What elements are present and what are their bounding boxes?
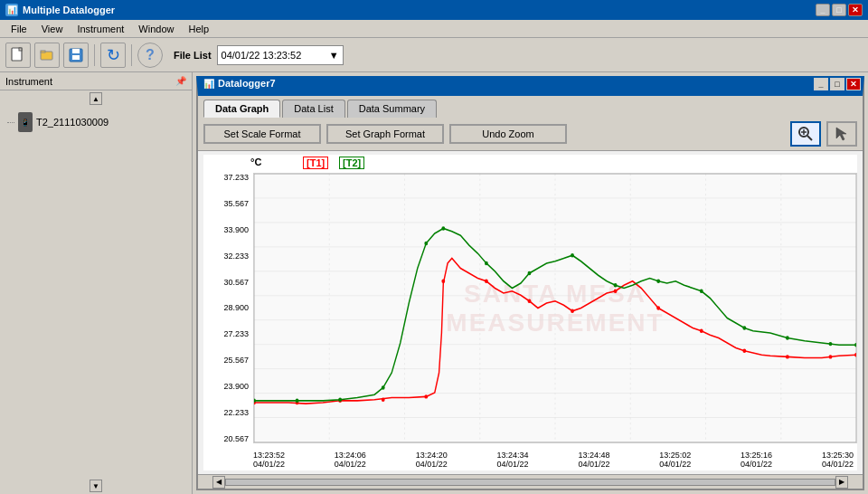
svg-point-36 (485, 280, 488, 283)
sidebar-pin-button[interactable]: 📌 (175, 76, 186, 86)
datalogger-minimize-button[interactable]: _ (814, 78, 828, 90)
help-button[interactable]: ? (137, 43, 163, 68)
tab-data-graph[interactable]: Data Graph (203, 100, 280, 118)
tree-connector (7, 122, 14, 123)
zoom-button[interactable] (790, 121, 821, 147)
tree-device-item[interactable]: 📱 T2_2111030009 (4, 110, 188, 134)
file-list-area: File List 04/01/22 13:23:52 ▼ (174, 45, 344, 65)
toolbar-separator-1 (94, 44, 95, 66)
datalogger-window-title: 📊 Datalogger7 (203, 78, 276, 89)
svg-point-55 (614, 283, 618, 287)
x-label-5: 13:25:0204/01/22 (659, 451, 691, 469)
set-scale-format-button[interactable]: Set Scale Format (203, 124, 321, 144)
maximize-button[interactable]: □ (832, 4, 846, 16)
svg-point-52 (485, 261, 488, 265)
y-label-10: 20.567 (205, 434, 251, 443)
sidebar-title: Instrument (5, 76, 52, 87)
svg-point-35 (441, 280, 445, 283)
scroll-left-button[interactable]: ◀ (212, 476, 225, 489)
device-icon: 📱 (18, 112, 33, 132)
svg-point-47 (296, 399, 299, 403)
y-label-1: 35.567 (205, 199, 251, 208)
scroll-right-button[interactable]: ▶ (835, 476, 848, 489)
menu-bar: File View Instrument Window Help (0, 20, 868, 38)
y-label-0: 37.233 (205, 173, 251, 182)
title-bar-controls: _ □ ✕ (816, 4, 863, 16)
svg-point-37 (528, 299, 532, 303)
svg-rect-6 (72, 55, 80, 60)
svg-point-53 (528, 271, 532, 275)
file-list-dropdown-icon: ▼ (329, 50, 339, 61)
x-label-4: 13:24:4804/01/22 (578, 451, 609, 469)
x-label-1: 13:24:0604/01/22 (335, 451, 366, 469)
x-label-3: 13:24:3404/01/22 (497, 451, 529, 469)
app-title: Multiple Datalogger (23, 5, 115, 15)
datalogger-window: 📊 Datalogger7 _ □ ✕ Data Graph Data List… (196, 76, 864, 490)
datalogger-maximize-button[interactable]: □ (830, 78, 844, 90)
svg-point-41 (700, 329, 703, 333)
y-label-7: 25.567 (205, 356, 251, 365)
y-label-5: 28.900 (205, 303, 251, 312)
new-button[interactable] (5, 43, 31, 68)
scroll-track[interactable] (225, 479, 835, 486)
tab-data-summary[interactable]: Data Summary (347, 100, 437, 118)
y-label-2: 33.900 (205, 225, 251, 234)
toolbar: ↻ ? File List 04/01/22 13:23:52 ▼ (0, 38, 868, 72)
datalogger-window-controls: _ □ ✕ (814, 78, 861, 90)
svg-point-44 (829, 355, 833, 358)
svg-point-48 (338, 398, 342, 402)
y-label-6: 27.233 (205, 329, 251, 338)
svg-point-58 (742, 326, 746, 329)
file-list-value: 04/01/22 13:23:52 (222, 50, 302, 61)
menu-window[interactable]: Window (131, 22, 181, 36)
unit-label: °C (250, 157, 261, 167)
y-label-4: 30.567 (205, 278, 251, 287)
svg-point-43 (786, 355, 789, 358)
svg-point-38 (571, 309, 574, 313)
close-button[interactable]: ✕ (848, 4, 863, 16)
svg-point-50 (424, 242, 428, 245)
svg-rect-3 (41, 51, 45, 52)
save-button[interactable] (63, 43, 89, 68)
refresh-button[interactable]: ↻ (100, 43, 126, 68)
svg-point-49 (382, 385, 385, 389)
x-label-6: 13:25:1604/01/22 (741, 451, 772, 469)
svg-point-39 (614, 290, 618, 293)
app-icon: 📊 (5, 4, 18, 16)
menu-help[interactable]: Help (181, 22, 216, 36)
menu-file[interactable]: File (4, 22, 34, 36)
x-axis: 13:23:5204/01/22 13:24:0604/01/22 13:24:… (253, 451, 854, 469)
svg-point-54 (571, 253, 574, 257)
svg-point-33 (382, 398, 385, 402)
svg-point-59 (786, 336, 789, 339)
datalogger-close-button[interactable]: ✕ (846, 78, 861, 90)
sidebar-scroll-down[interactable]: ▼ (90, 480, 102, 492)
bottom-scrollbar: ◀ ▶ (198, 474, 863, 489)
svg-rect-1 (19, 48, 22, 51)
y-label-9: 22.233 (205, 408, 251, 417)
main-layout: Instrument 📌 ▲ 📱 T2_2111030009 ▼ 📊 Datal… (0, 72, 868, 494)
menu-instrument[interactable]: Instrument (70, 22, 131, 36)
sidebar-scroll-up[interactable]: ▲ (90, 92, 102, 105)
sidebar: Instrument 📌 ▲ 📱 T2_2111030009 ▼ (0, 72, 193, 494)
toolbar-separator-2 (131, 44, 132, 66)
sidebar-header: Instrument 📌 (0, 72, 192, 90)
chart-svg (254, 174, 856, 442)
legend-t2: [T2] (339, 157, 364, 169)
x-label-0: 13:23:5204/01/22 (253, 451, 285, 469)
svg-point-42 (742, 349, 746, 353)
menu-view[interactable]: View (34, 22, 71, 36)
open-button[interactable] (34, 43, 60, 68)
tab-bar: Data Graph Data List Data Summary (198, 96, 863, 118)
title-bar: 📊 Multiple Datalogger _ □ ✕ (0, 0, 868, 20)
svg-marker-11 (836, 128, 846, 140)
set-graph-format-button[interactable]: Set Graph Format (326, 124, 444, 144)
tab-data-list[interactable]: Data List (282, 100, 344, 118)
svg-point-61 (854, 343, 856, 347)
svg-point-51 (441, 226, 445, 230)
undo-zoom-button[interactable]: Undo Zoom (449, 124, 567, 144)
legend-t1: [T1] (303, 157, 328, 169)
minimize-button[interactable]: _ (816, 4, 830, 16)
cursor-button[interactable] (826, 121, 857, 147)
file-list-combo[interactable]: 04/01/22 13:23:52 ▼ (217, 45, 344, 65)
